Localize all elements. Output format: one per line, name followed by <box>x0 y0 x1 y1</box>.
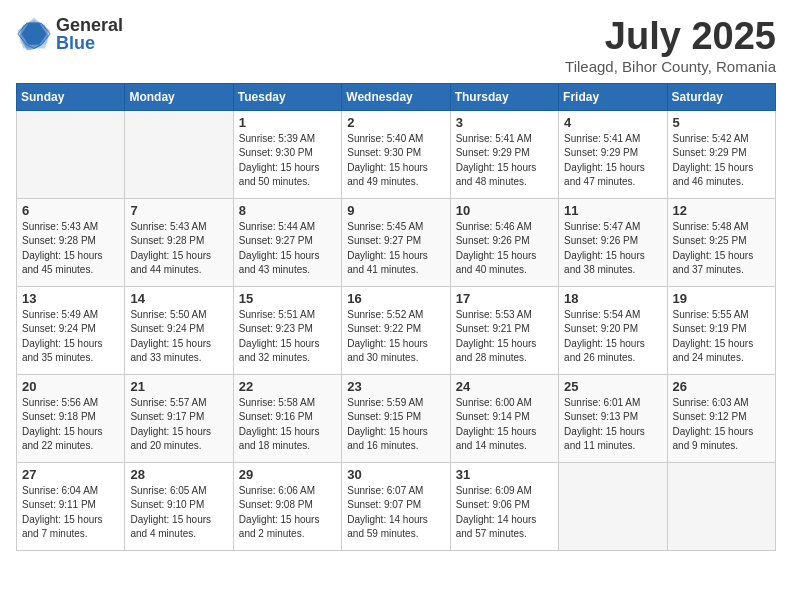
week-row-1: 1Sunrise: 5:39 AM Sunset: 9:30 PM Daylig… <box>17 110 776 198</box>
day-number: 21 <box>130 379 227 394</box>
logo: General Blue <box>16 16 123 52</box>
day-number: 23 <box>347 379 444 394</box>
day-cell: 12Sunrise: 5:48 AM Sunset: 9:25 PM Dayli… <box>667 198 775 286</box>
day-cell: 28Sunrise: 6:05 AM Sunset: 9:10 PM Dayli… <box>125 462 233 550</box>
col-header-monday: Monday <box>125 83 233 110</box>
day-number: 3 <box>456 115 553 130</box>
logo-text: General Blue <box>56 16 123 52</box>
day-cell: 6Sunrise: 5:43 AM Sunset: 9:28 PM Daylig… <box>17 198 125 286</box>
day-info: Sunrise: 6:04 AM Sunset: 9:11 PM Dayligh… <box>22 484 119 542</box>
day-info: Sunrise: 5:52 AM Sunset: 9:22 PM Dayligh… <box>347 308 444 366</box>
day-number: 24 <box>456 379 553 394</box>
logo-icon <box>16 16 52 52</box>
day-cell: 11Sunrise: 5:47 AM Sunset: 9:26 PM Dayli… <box>559 198 667 286</box>
day-number: 1 <box>239 115 336 130</box>
day-cell: 29Sunrise: 6:06 AM Sunset: 9:08 PM Dayli… <box>233 462 341 550</box>
day-number: 9 <box>347 203 444 218</box>
day-number: 30 <box>347 467 444 482</box>
day-cell <box>559 462 667 550</box>
day-cell: 23Sunrise: 5:59 AM Sunset: 9:15 PM Dayli… <box>342 374 450 462</box>
col-header-saturday: Saturday <box>667 83 775 110</box>
day-info: Sunrise: 6:09 AM Sunset: 9:06 PM Dayligh… <box>456 484 553 542</box>
day-info: Sunrise: 5:42 AM Sunset: 9:29 PM Dayligh… <box>673 132 770 190</box>
day-info: Sunrise: 5:55 AM Sunset: 9:19 PM Dayligh… <box>673 308 770 366</box>
day-info: Sunrise: 5:54 AM Sunset: 9:20 PM Dayligh… <box>564 308 661 366</box>
day-number: 26 <box>673 379 770 394</box>
day-info: Sunrise: 5:46 AM Sunset: 9:26 PM Dayligh… <box>456 220 553 278</box>
day-number: 29 <box>239 467 336 482</box>
col-header-thursday: Thursday <box>450 83 558 110</box>
day-number: 13 <box>22 291 119 306</box>
day-cell: 8Sunrise: 5:44 AM Sunset: 9:27 PM Daylig… <box>233 198 341 286</box>
day-info: Sunrise: 5:43 AM Sunset: 9:28 PM Dayligh… <box>130 220 227 278</box>
day-number: 10 <box>456 203 553 218</box>
day-number: 20 <box>22 379 119 394</box>
title-block: July 2025 Tileagd, Bihor County, Romania <box>565 16 776 75</box>
day-cell: 22Sunrise: 5:58 AM Sunset: 9:16 PM Dayli… <box>233 374 341 462</box>
day-info: Sunrise: 5:57 AM Sunset: 9:17 PM Dayligh… <box>130 396 227 454</box>
day-cell: 9Sunrise: 5:45 AM Sunset: 9:27 PM Daylig… <box>342 198 450 286</box>
logo-general: General <box>56 16 123 34</box>
day-info: Sunrise: 5:43 AM Sunset: 9:28 PM Dayligh… <box>22 220 119 278</box>
day-cell: 10Sunrise: 5:46 AM Sunset: 9:26 PM Dayli… <box>450 198 558 286</box>
day-number: 28 <box>130 467 227 482</box>
day-number: 8 <box>239 203 336 218</box>
day-cell: 5Sunrise: 5:42 AM Sunset: 9:29 PM Daylig… <box>667 110 775 198</box>
day-number: 18 <box>564 291 661 306</box>
day-info: Sunrise: 5:41 AM Sunset: 9:29 PM Dayligh… <box>456 132 553 190</box>
day-info: Sunrise: 6:05 AM Sunset: 9:10 PM Dayligh… <box>130 484 227 542</box>
day-info: Sunrise: 6:03 AM Sunset: 9:12 PM Dayligh… <box>673 396 770 454</box>
week-row-4: 20Sunrise: 5:56 AM Sunset: 9:18 PM Dayli… <box>17 374 776 462</box>
page-header: General Blue July 2025 Tileagd, Bihor Co… <box>16 16 776 75</box>
location-subtitle: Tileagd, Bihor County, Romania <box>565 58 776 75</box>
day-cell: 26Sunrise: 6:03 AM Sunset: 9:12 PM Dayli… <box>667 374 775 462</box>
day-cell: 27Sunrise: 6:04 AM Sunset: 9:11 PM Dayli… <box>17 462 125 550</box>
day-number: 6 <box>22 203 119 218</box>
day-info: Sunrise: 6:06 AM Sunset: 9:08 PM Dayligh… <box>239 484 336 542</box>
day-info: Sunrise: 6:00 AM Sunset: 9:14 PM Dayligh… <box>456 396 553 454</box>
day-number: 11 <box>564 203 661 218</box>
day-cell: 13Sunrise: 5:49 AM Sunset: 9:24 PM Dayli… <box>17 286 125 374</box>
day-info: Sunrise: 6:01 AM Sunset: 9:13 PM Dayligh… <box>564 396 661 454</box>
day-info: Sunrise: 5:50 AM Sunset: 9:24 PM Dayligh… <box>130 308 227 366</box>
col-header-sunday: Sunday <box>17 83 125 110</box>
day-number: 22 <box>239 379 336 394</box>
col-header-wednesday: Wednesday <box>342 83 450 110</box>
day-info: Sunrise: 5:39 AM Sunset: 9:30 PM Dayligh… <box>239 132 336 190</box>
day-cell: 3Sunrise: 5:41 AM Sunset: 9:29 PM Daylig… <box>450 110 558 198</box>
day-info: Sunrise: 5:56 AM Sunset: 9:18 PM Dayligh… <box>22 396 119 454</box>
week-row-5: 27Sunrise: 6:04 AM Sunset: 9:11 PM Dayli… <box>17 462 776 550</box>
day-cell: 19Sunrise: 5:55 AM Sunset: 9:19 PM Dayli… <box>667 286 775 374</box>
day-cell: 30Sunrise: 6:07 AM Sunset: 9:07 PM Dayli… <box>342 462 450 550</box>
day-info: Sunrise: 5:48 AM Sunset: 9:25 PM Dayligh… <box>673 220 770 278</box>
day-number: 12 <box>673 203 770 218</box>
col-header-tuesday: Tuesday <box>233 83 341 110</box>
day-info: Sunrise: 5:41 AM Sunset: 9:29 PM Dayligh… <box>564 132 661 190</box>
day-info: Sunrise: 5:45 AM Sunset: 9:27 PM Dayligh… <box>347 220 444 278</box>
week-row-2: 6Sunrise: 5:43 AM Sunset: 9:28 PM Daylig… <box>17 198 776 286</box>
day-cell: 16Sunrise: 5:52 AM Sunset: 9:22 PM Dayli… <box>342 286 450 374</box>
day-number: 19 <box>673 291 770 306</box>
col-header-friday: Friday <box>559 83 667 110</box>
day-cell: 21Sunrise: 5:57 AM Sunset: 9:17 PM Dayli… <box>125 374 233 462</box>
day-number: 16 <box>347 291 444 306</box>
day-cell <box>125 110 233 198</box>
day-number: 14 <box>130 291 227 306</box>
day-cell: 20Sunrise: 5:56 AM Sunset: 9:18 PM Dayli… <box>17 374 125 462</box>
day-number: 4 <box>564 115 661 130</box>
day-number: 31 <box>456 467 553 482</box>
day-info: Sunrise: 5:44 AM Sunset: 9:27 PM Dayligh… <box>239 220 336 278</box>
day-cell: 24Sunrise: 6:00 AM Sunset: 9:14 PM Dayli… <box>450 374 558 462</box>
calendar-table: SundayMondayTuesdayWednesdayThursdayFrid… <box>16 83 776 551</box>
day-cell: 17Sunrise: 5:53 AM Sunset: 9:21 PM Dayli… <box>450 286 558 374</box>
day-cell: 7Sunrise: 5:43 AM Sunset: 9:28 PM Daylig… <box>125 198 233 286</box>
header-row: SundayMondayTuesdayWednesdayThursdayFrid… <box>17 83 776 110</box>
day-info: Sunrise: 5:47 AM Sunset: 9:26 PM Dayligh… <box>564 220 661 278</box>
day-info: Sunrise: 5:40 AM Sunset: 9:30 PM Dayligh… <box>347 132 444 190</box>
day-cell: 2Sunrise: 5:40 AM Sunset: 9:30 PM Daylig… <box>342 110 450 198</box>
day-info: Sunrise: 5:59 AM Sunset: 9:15 PM Dayligh… <box>347 396 444 454</box>
day-number: 17 <box>456 291 553 306</box>
day-info: Sunrise: 5:53 AM Sunset: 9:21 PM Dayligh… <box>456 308 553 366</box>
logo-blue: Blue <box>56 34 123 52</box>
day-cell: 31Sunrise: 6:09 AM Sunset: 9:06 PM Dayli… <box>450 462 558 550</box>
